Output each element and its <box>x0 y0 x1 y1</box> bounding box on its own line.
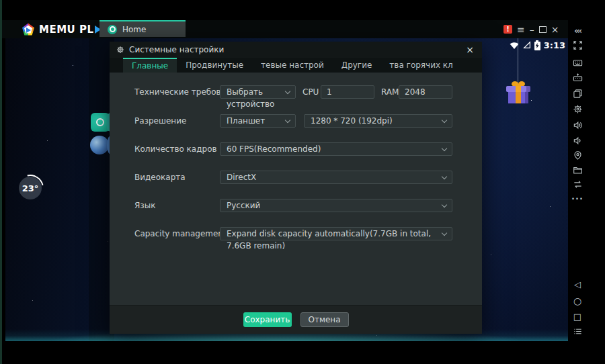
logo-text-part1: MEMU PL <box>39 24 94 36</box>
chevron-down-icon <box>442 174 447 179</box>
dialog-title: Системные настройки <box>129 45 224 54</box>
capacity-select-value: Expand disk capacity automatically(7.7GB… <box>227 229 431 251</box>
gift-box-icon[interactable] <box>506 81 530 104</box>
keymapping-icon[interactable] <box>570 71 585 83</box>
capacity-select[interactable]: Expand disk capacity automatically(7.7GB… <box>220 227 452 240</box>
android-menu-icon[interactable] <box>570 325 585 337</box>
main-menu-icon[interactable]: ≡ <box>517 25 525 34</box>
tab-advanced[interactable]: Продвинутые <box>177 58 252 73</box>
device-select-value: Выбрать устройство <box>227 87 274 109</box>
system-settings-dialog: Системные настройки × Главные Продвинуты… <box>110 42 482 334</box>
dialog-gear-icon <box>116 46 124 54</box>
fps-select[interactable]: 60 FPS(Recommended) <box>220 142 452 156</box>
chevron-down-icon <box>285 89 290 94</box>
window-edge <box>0 0 2 364</box>
resolution-size-select[interactable]: 1280 * 720 (192dpi) <box>304 114 452 128</box>
settings-tabs: Главные Продвинутые тевые настрой Другие… <box>110 58 482 73</box>
resolution-type-value: Планшет <box>227 116 265 126</box>
resolution-row-label: Разрешение <box>134 114 186 128</box>
tab-home[interactable]: Home <box>99 20 186 37</box>
gpu-row-label: Видеокарта <box>134 171 186 184</box>
memu-pentagon-icon <box>22 24 34 36</box>
android-recents-icon[interactable]: □ <box>570 310 585 322</box>
cancel-button[interactable]: Отмена <box>300 312 349 327</box>
home-tab-icon <box>108 25 117 34</box>
close-window-button[interactable]: × <box>551 25 559 34</box>
language-row-label: Язык <box>134 199 155 212</box>
location-icon[interactable] <box>570 149 585 161</box>
chevron-down-icon <box>442 202 447 208</box>
chevron-down-icon <box>285 118 290 123</box>
virtual-keyboard-icon[interactable] <box>570 56 585 69</box>
dialog-body: Технические требования Выбрать устройств… <box>110 73 482 306</box>
weather-widget[interactable]: 23° <box>19 177 42 199</box>
cpu-label: CPU <box>302 85 319 99</box>
volume-down-icon[interactable] <box>570 134 585 146</box>
android-back-icon[interactable]: ◁ <box>570 278 585 290</box>
cpu-input[interactable] <box>321 85 374 99</box>
multi-instance-icon[interactable] <box>570 87 585 99</box>
toolbar-sidebar: ‹‹‹ ··· ◁ <box>568 20 605 364</box>
home-tab-label: Home <box>122 25 146 34</box>
minimize-button[interactable]: – <box>530 25 534 34</box>
stars-decoration <box>5 38 6 39</box>
gift-string <box>518 38 518 84</box>
tab-other[interactable]: Другие <box>333 58 381 73</box>
device-select[interactable]: Выбрать устройство <box>220 85 296 99</box>
ram-input[interactable] <box>399 85 452 99</box>
fps-select-value: 60 FPS(Recommended) <box>227 144 321 154</box>
gpu-select[interactable]: DirectX <box>220 171 452 184</box>
rotate-screen-icon[interactable] <box>570 178 585 190</box>
window-controls: ! ≡ – × <box>503 20 559 38</box>
resolution-size-value: 1280 * 720 (192dpi) <box>311 116 393 126</box>
ram-label: RAM <box>381 85 399 99</box>
alert-badge-icon[interactable]: ! <box>503 25 512 34</box>
memu-window: MEMU PLY Home ! ≡ – × 3:13 <box>0 0 605 364</box>
tab-network[interactable]: тевые настрой <box>252 58 333 73</box>
save-button[interactable]: Сохранить <box>243 312 292 327</box>
tab-main[interactable]: Главные <box>123 58 177 73</box>
settings-gear-icon[interactable] <box>570 103 585 115</box>
fps-row-label: Количество кадров <box>134 142 217 156</box>
logo-text: MEMU PLY <box>39 24 109 36</box>
capacity-row-label: Capacity management <box>134 227 227 240</box>
language-select[interactable]: Русский <box>220 199 452 212</box>
chevron-down-icon <box>442 230 447 236</box>
volume-up-icon[interactable] <box>570 119 585 131</box>
shared-folder-icon[interactable] <box>570 164 585 176</box>
collapse-sidebar-icon[interactable]: ‹‹‹ <box>570 24 585 36</box>
signal-icon <box>523 41 531 49</box>
gpu-select-value: DirectX <box>227 173 256 182</box>
maximize-button[interactable] <box>539 26 547 33</box>
tab-hotkeys[interactable]: тва горячих кл <box>380 58 461 73</box>
dialog-footer: Сохранить Отмена <box>110 305 482 334</box>
chevron-down-icon <box>442 118 447 123</box>
dialog-close-icon[interactable]: × <box>458 44 482 55</box>
titlebar: MEMU PLY Home ! ≡ – × <box>2 20 568 38</box>
app-icon-browser[interactable] <box>90 136 109 154</box>
dialog-header: Системные настройки × <box>110 42 482 58</box>
android-home-icon[interactable]: ○ <box>570 295 585 307</box>
language-select-value: Русский <box>227 201 260 210</box>
status-time: 3:13 <box>544 40 565 50</box>
battery-icon <box>534 42 540 50</box>
weather-temp: 23° <box>22 183 39 193</box>
resolution-type-select[interactable]: Планшет <box>220 114 296 128</box>
fullscreen-icon[interactable] <box>570 39 585 51</box>
chevron-down-icon <box>442 146 447 151</box>
memu-logo: MEMU PLY <box>22 20 109 38</box>
more-options-icon[interactable]: ··· <box>570 192 585 204</box>
